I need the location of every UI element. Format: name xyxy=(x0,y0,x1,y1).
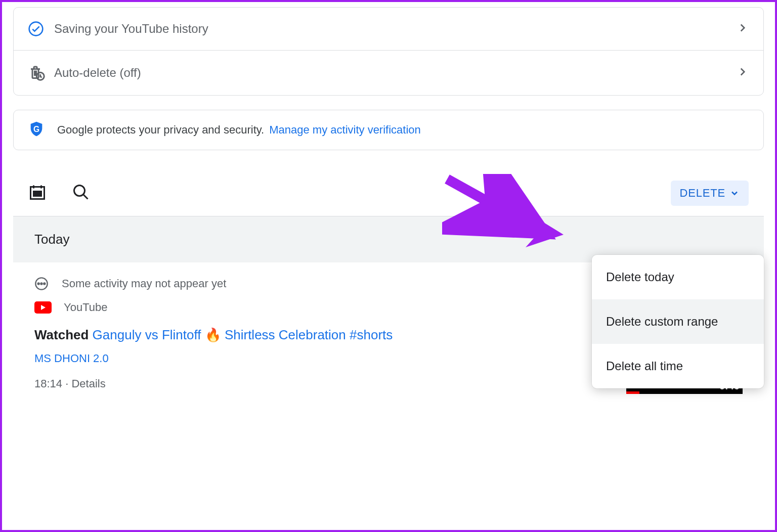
delete-button[interactable]: DELETE xyxy=(671,181,749,206)
history-row[interactable]: Saving your YouTube history xyxy=(14,8,763,50)
svg-rect-4 xyxy=(33,191,42,197)
delete-label: DELETE xyxy=(680,187,725,200)
calendar-icon[interactable] xyxy=(28,183,47,203)
autodelete-label: Auto-delete (off) xyxy=(54,66,736,80)
activity-video-link[interactable]: Ganguly vs Flintoff 🔥 Shirtless Celebrat… xyxy=(93,327,393,342)
dropdown-delete-today[interactable]: Delete today xyxy=(592,255,764,299)
history-label: Saving your YouTube history xyxy=(54,22,736,36)
youtube-label: YouTube xyxy=(64,301,107,314)
activity-toolbar: DELETE xyxy=(13,170,764,216)
delete-dropdown: Delete today Delete custom range Delete … xyxy=(592,255,764,388)
shield-icon: G xyxy=(28,120,45,140)
privacy-card: G Google protects your privacy and secur… xyxy=(13,110,764,150)
chevron-right-icon xyxy=(736,21,749,36)
search-icon[interactable] xyxy=(72,183,90,203)
privacy-link[interactable]: Manage my activity verification xyxy=(269,123,421,137)
autodelete-icon xyxy=(28,64,48,82)
notice-text: Some activity may not appear yet xyxy=(62,277,226,290)
svg-point-5 xyxy=(74,186,85,196)
youtube-icon xyxy=(34,301,52,314)
dropdown-delete-all-time[interactable]: Delete all time xyxy=(592,344,764,388)
chevron-down-icon xyxy=(729,188,740,198)
svg-text:G: G xyxy=(33,125,39,134)
svg-point-8 xyxy=(40,283,42,284)
autodelete-row[interactable]: Auto-delete (off) xyxy=(14,50,763,95)
svg-point-0 xyxy=(29,22,43,36)
meta-sep: · xyxy=(62,377,71,390)
svg-point-7 xyxy=(38,283,39,284)
privacy-text: Google protects your privacy and securit… xyxy=(57,123,264,137)
activity-title: Watched Ganguly vs Flintoff 🔥 Shirtless … xyxy=(34,327,606,343)
progress-bar xyxy=(626,391,639,394)
dropdown-delete-custom-range[interactable]: Delete custom range xyxy=(592,299,764,344)
settings-card: Saving your YouTube history Auto-delete … xyxy=(13,7,764,96)
activity-details-link[interactable]: Details xyxy=(71,377,105,390)
svg-point-9 xyxy=(44,283,45,284)
activity-meta: 18:14 · Details xyxy=(34,377,606,390)
activity-time: 18:14 xyxy=(34,377,62,390)
activity-channel-link[interactable]: MS DHONI 2.0 xyxy=(34,352,606,365)
chevron-right-icon xyxy=(736,65,749,80)
check-circle-icon xyxy=(28,21,48,37)
activity-prefix: Watched xyxy=(34,327,93,342)
more-horiz-icon xyxy=(34,277,49,291)
